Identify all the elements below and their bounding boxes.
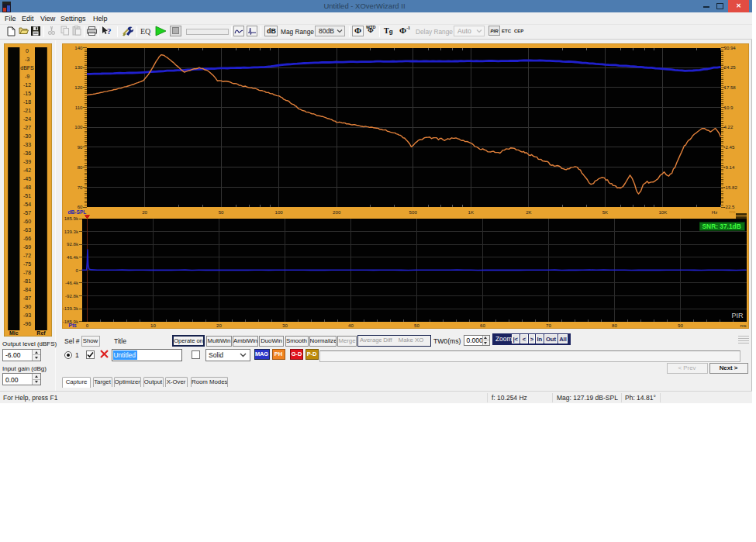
- svg-text:0: 0: [26, 47, 29, 53]
- svg-text:-46.4k: -46.4k: [65, 280, 79, 285]
- svg-text:24.25: 24.25: [723, 64, 736, 70]
- svg-text:-18: -18: [22, 98, 30, 104]
- svg-text:-87: -87: [22, 295, 30, 301]
- svg-text:70: 70: [77, 185, 82, 190]
- svg-text:-3: -3: [24, 56, 29, 61]
- svg-text:60: 60: [480, 323, 485, 328]
- svg-text:ms: ms: [729, 209, 735, 214]
- svg-text:2K: 2K: [526, 209, 531, 215]
- svg-text:10: 10: [150, 323, 156, 328]
- svg-text:SNR: 37.1dB: SNR: 37.1dB: [702, 223, 740, 230]
- svg-text:-72: -72: [22, 253, 30, 258]
- svg-text:90: 90: [77, 144, 82, 150]
- svg-text:110: 110: [74, 105, 82, 110]
- svg-text:-9: -9: [24, 73, 29, 78]
- svg-text:Pts: Pts: [68, 323, 77, 328]
- svg-text:-21: -21: [22, 107, 30, 112]
- svg-text:-51: -51: [22, 192, 30, 198]
- svg-text:ms: ms: [740, 323, 746, 328]
- svg-text:-39: -39: [22, 158, 30, 164]
- svg-text:92.8k: 92.8k: [67, 241, 79, 247]
- svg-text:-54: -54: [22, 201, 30, 206]
- svg-text:Hz: Hz: [711, 209, 716, 215]
- svg-text:-93: -93: [22, 312, 30, 318]
- svg-text:90: 90: [678, 323, 683, 328]
- svg-text:dBFS: dBFS: [20, 64, 34, 70]
- svg-text:-92.8k: -92.8k: [65, 293, 79, 299]
- svg-text:-2.45: -2.45: [723, 144, 735, 150]
- svg-text:-139.3k: -139.3k: [62, 306, 78, 311]
- svg-text:-63: -63: [22, 226, 30, 232]
- svg-text:500: 500: [409, 209, 417, 215]
- svg-text:200: 200: [333, 209, 341, 215]
- svg-text:-81: -81: [22, 278, 30, 284]
- svg-text:-69: -69: [22, 244, 30, 250]
- svg-text:20: 20: [142, 209, 147, 215]
- svg-text:-9.14: -9.14: [723, 164, 735, 170]
- svg-text:-60: -60: [22, 218, 30, 223]
- svg-text:100: 100: [74, 124, 83, 129]
- svg-text:-66: -66: [22, 235, 30, 240]
- svg-text:-42: -42: [22, 167, 30, 172]
- svg-text:-33: -33: [22, 141, 30, 147]
- svg-text:-12: -12: [22, 81, 30, 87]
- svg-text:50: 50: [218, 209, 223, 215]
- svg-text:-15.82: -15.82: [723, 185, 737, 190]
- svg-text:140: 140: [74, 45, 83, 50]
- svg-text:70: 70: [546, 323, 551, 328]
- svg-text:-90: -90: [22, 304, 30, 309]
- svg-text:?: ?: [107, 26, 112, 36]
- svg-text:5K: 5K: [602, 209, 607, 215]
- svg-text:-84: -84: [22, 287, 30, 292]
- svg-text:-48: -48: [22, 184, 30, 189]
- svg-text:10K: 10K: [658, 209, 667, 215]
- svg-text:120: 120: [74, 85, 83, 90]
- svg-text:-30: -30: [22, 133, 30, 138]
- svg-text:Ref: Ref: [36, 330, 46, 335]
- svg-text:dB-SPL: dB-SPL: [67, 209, 86, 215]
- svg-text:30.94: 30.94: [723, 45, 736, 50]
- svg-text:-45: -45: [22, 175, 30, 181]
- svg-text:185.9k: 185.9k: [64, 216, 78, 221]
- svg-text:40: 40: [348, 323, 354, 328]
- svg-text:-27: -27: [22, 124, 30, 129]
- svg-text:46.4k: 46.4k: [67, 254, 79, 260]
- svg-text:17.58: 17.58: [723, 85, 736, 90]
- svg-text:100: 100: [274, 209, 283, 215]
- svg-text:-15: -15: [22, 90, 30, 95]
- svg-text:4.22: 4.22: [723, 124, 733, 129]
- svg-text:20: 20: [216, 323, 222, 328]
- svg-text:50: 50: [414, 323, 419, 328]
- svg-text:PIR: PIR: [731, 312, 744, 319]
- svg-text:30: 30: [282, 323, 288, 328]
- svg-text:-36: -36: [22, 150, 30, 155]
- svg-text:80: 80: [77, 164, 82, 170]
- svg-text:-75: -75: [22, 261, 30, 267]
- svg-text:Mic: Mic: [9, 330, 18, 335]
- svg-text:1K: 1K: [468, 209, 473, 215]
- svg-text:10.9: 10.9: [723, 105, 733, 110]
- svg-text:-96: -96: [22, 321, 30, 326]
- svg-text:-24: -24: [22, 116, 30, 121]
- svg-text:130: 130: [74, 64, 83, 70]
- svg-text:139.3k: 139.3k: [64, 229, 78, 234]
- svg-text:80: 80: [612, 323, 617, 328]
- svg-text:-57: -57: [22, 209, 30, 215]
- svg-text:-78: -78: [22, 270, 30, 275]
